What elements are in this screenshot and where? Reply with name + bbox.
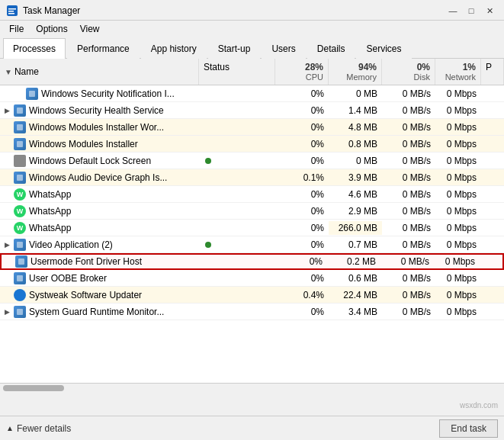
table-row[interactable]: ▶ Video Application (2) 0% 0.7 MB 0 MB/s…: [0, 236, 504, 253]
whatsapp-icon: W: [14, 222, 26, 234]
table-row[interactable]: ▶ Windows Security Notification I... 0% …: [0, 85, 504, 102]
status-cell: [199, 109, 275, 112]
power-cell: [481, 193, 504, 196]
tab-processes[interactable]: Processes: [3, 38, 66, 59]
expand-arrow[interactable]: ▶: [3, 107, 11, 114]
memory-cell: 0 MB: [329, 154, 382, 168]
power-cell: [481, 243, 504, 246]
table-row[interactable]: ▶ Systweak Software Updater 0.4% 22.4 MB…: [0, 287, 504, 304]
table-row[interactable]: ▶ W WhatsApp 0% 266.0 MB 0 MB/s 0 Mbps: [0, 220, 504, 236]
col-memory[interactable]: 94% Memory: [329, 59, 382, 85]
cpu-cell: 0%: [275, 87, 329, 101]
process-name: Windows Modules Installer Wor...: [29, 122, 164, 133]
table-row[interactable]: ▶ Windows Default Lock Screen 0% 0 MB 0 …: [0, 153, 504, 169]
process-name-cell: ▶ Windows Modules Installer Wor...: [0, 120, 199, 135]
tab-services[interactable]: Services: [356, 38, 411, 59]
window-controls: — □ ✕: [445, 5, 498, 17]
process-name: Video Application (2): [29, 239, 113, 250]
memory-cell: 4.6 MB: [329, 188, 382, 201]
network-cell: 0 Mbps: [435, 171, 481, 185]
table-row[interactable]: ▶ Windows Modules Installer Wor... 0% 4.…: [0, 119, 504, 136]
svg-rect-12: [17, 309, 23, 315]
whatsapp-icon: W: [14, 205, 26, 217]
table-row[interactable]: ▶ Usermode Font Driver Host 0% 0.2 MB 0 …: [0, 253, 504, 270]
status-cell: [199, 143, 275, 146]
fewer-details-button[interactable]: ▲ Fewer details: [6, 423, 71, 434]
table-row[interactable]: ▶ System Guard Runtime Monitor... 0% 3.4…: [0, 304, 504, 320]
table-row[interactable]: ▶ User OOBE Broker 0% 0.6 MB 0 MB/s 0 Mb…: [0, 270, 504, 287]
process-icon: [14, 289, 26, 301]
process-name-cell: ▶ Windows Security Notification I...: [0, 86, 199, 101]
col-cpu[interactable]: 28% CPU: [275, 59, 329, 85]
memory-cell: 3.4 MB: [329, 305, 382, 319]
table-row[interactable]: ▶ Windows Modules Installer 0% 0.8 MB 0 …: [0, 136, 504, 153]
table-row[interactable]: ▶ Windows Audio Device Graph Is... 0.1% …: [0, 169, 504, 186]
cpu-cell: 0%: [274, 255, 327, 268]
col-network[interactable]: 1% Network: [435, 59, 481, 85]
power-cell: [481, 294, 504, 297]
process-icon: [14, 155, 26, 167]
close-button[interactable]: ✕: [481, 5, 498, 17]
col-status[interactable]: Status: [199, 59, 275, 85]
svg-rect-9: [17, 242, 23, 248]
memory-cell: 4.8 MB: [329, 120, 382, 134]
process-name-cell: ▶ Windows Audio Device Graph Is...: [0, 170, 199, 185]
process-icon: [14, 138, 26, 150]
disk-cell: 0 MB/s: [382, 120, 435, 134]
menu-options[interactable]: Options: [31, 22, 72, 36]
bottom-bar: ▲ Fewer details End task: [0, 416, 504, 440]
status-cell: [199, 126, 275, 129]
disk-cell: 0 MB/s: [382, 171, 435, 185]
power-cell: [481, 159, 504, 162]
disk-cell: 0 MB/s: [382, 87, 435, 101]
maximize-button[interactable]: □: [463, 5, 480, 17]
tab-users[interactable]: Users: [262, 38, 305, 59]
disk-cell: 0 MB/s: [382, 104, 435, 117]
tab-app-history[interactable]: App history: [141, 38, 207, 59]
process-table[interactable]: ▶ Windows Security Notification I... 0% …: [0, 85, 504, 383]
process-name-cell: ▶ User OOBE Broker: [0, 271, 199, 286]
app-icon: [6, 5, 18, 17]
expand-arrow[interactable]: ▶: [3, 241, 11, 249]
process-name-cell: ▶ Video Application (2): [0, 237, 199, 252]
table-row[interactable]: ▶ W WhatsApp 0% 4.6 MB 0 MB/s 0 Mbps: [0, 186, 504, 203]
cpu-cell: 0%: [275, 188, 329, 201]
cpu-cell: 0%: [275, 305, 329, 319]
svg-rect-1: [8, 8, 16, 10]
network-cell: 0 Mbps: [435, 238, 481, 252]
network-cell: 0 Mbps: [435, 288, 481, 302]
svg-rect-10: [18, 259, 24, 265]
process-icon: [14, 172, 26, 184]
tab-startup[interactable]: Start-up: [208, 38, 261, 59]
memory-cell: 2.9 MB: [329, 204, 382, 218]
memory-cell: 3.9 MB: [329, 171, 382, 185]
horizontal-scrollbar[interactable]: [0, 383, 504, 392]
process-icon: [14, 306, 26, 318]
table-row[interactable]: ▶ Windows Security Health Service 0% 1.4…: [0, 102, 504, 119]
network-cell: 0 Mbps: [435, 120, 481, 134]
memory-cell: 0 MB: [329, 87, 382, 101]
status-cell: [197, 260, 274, 263]
col-power[interactable]: P: [481, 59, 504, 85]
svg-rect-2: [8, 11, 14, 12]
power-cell: [481, 109, 504, 112]
col-disk[interactable]: 0% Disk: [382, 59, 435, 85]
cpu-cell: 0%: [275, 120, 329, 134]
expand-arrow[interactable]: ▶: [3, 308, 11, 316]
minimize-button[interactable]: —: [445, 5, 461, 17]
cpu-cell: 0%: [275, 204, 329, 218]
svg-rect-3: [8, 13, 14, 14]
process-name-cell: ▶ Windows Modules Installer: [0, 136, 199, 152]
col-name[interactable]: ▼ Name: [0, 59, 199, 85]
status-cell: [199, 210, 275, 213]
menu-file[interactable]: File: [5, 22, 28, 36]
tab-performance[interactable]: Performance: [67, 38, 140, 59]
menu-view[interactable]: View: [75, 22, 104, 36]
power-cell: [481, 210, 504, 213]
power-cell: [481, 310, 504, 313]
status-cell: [199, 277, 275, 280]
table-row[interactable]: ▶ W WhatsApp 0% 2.9 MB 0 MB/s 0 Mbps: [0, 203, 504, 220]
end-task-button[interactable]: End task: [439, 419, 498, 438]
memory-cell: 266.0 MB: [329, 221, 382, 235]
tab-details[interactable]: Details: [307, 38, 355, 59]
